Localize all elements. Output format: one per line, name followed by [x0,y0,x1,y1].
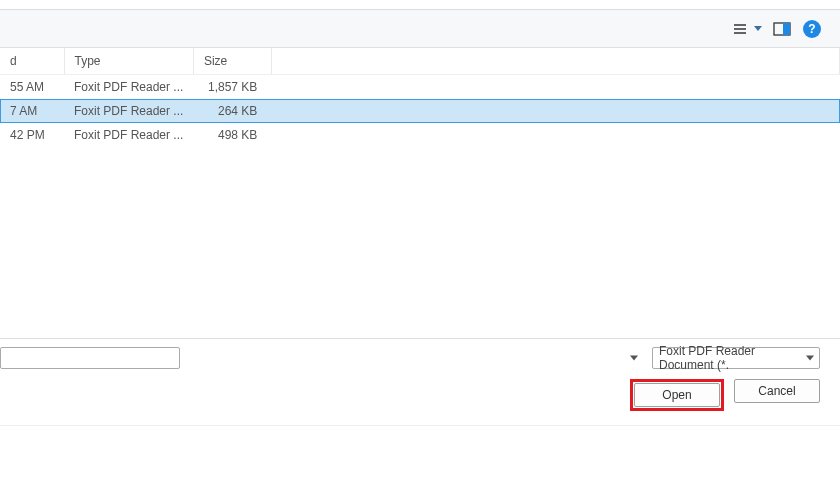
filename-input[interactable] [0,347,180,369]
cell-filler [271,123,839,147]
cell-date: 42 PM [0,123,64,147]
filetype-select[interactable]: Foxit PDF Reader Document (*. [652,347,820,369]
filetype-label: Foxit PDF Reader Document (*. [659,344,799,372]
open-button-highlight: Open [630,379,724,411]
cell-type: Foxit PDF Reader ... [64,99,193,123]
chevron-down-icon [754,26,762,31]
chevron-down-icon [630,356,638,361]
cell-size: 1,857 KB [193,75,271,100]
address-bar-fragment [0,0,840,10]
preview-pane-button[interactable] [772,19,792,39]
cell-type: Foxit PDF Reader ... [64,75,193,100]
help-button[interactable]: ? [802,19,822,39]
table-row[interactable]: 42 PMFoxit PDF Reader ...498 KB [0,123,840,147]
bottom-panel: Foxit PDF Reader Document (*. Open Cance… [0,338,840,425]
cell-date: 7 AM [0,99,64,123]
svg-rect-4 [783,23,790,35]
file-list[interactable]: d Type Size 55 AMFoxit PDF Reader ...1,8… [0,48,840,338]
cell-date: 55 AM [0,75,64,100]
list-icon [732,22,748,36]
dialog-footer-fragment [0,425,840,475]
column-header-size[interactable]: Size [193,48,271,75]
toolbar: ? [0,10,840,48]
cell-type: Foxit PDF Reader ... [64,123,193,147]
cell-size: 264 KB [193,99,271,123]
cell-filler [271,99,839,123]
open-button[interactable]: Open [634,383,720,407]
file-table: d Type Size 55 AMFoxit PDF Reader ...1,8… [0,48,840,147]
preview-pane-icon [773,22,791,36]
help-icon: ? [803,20,821,38]
column-header-type[interactable]: Type [64,48,193,75]
table-row[interactable]: 55 AMFoxit PDF Reader ...1,857 KB [0,75,840,100]
view-options-button[interactable] [732,19,762,39]
cell-filler [271,75,839,100]
column-header-date[interactable]: d [0,48,64,75]
table-row[interactable]: 7 AMFoxit PDF Reader ...264 KB [0,99,840,123]
cancel-button[interactable]: Cancel [734,379,820,403]
cell-size: 498 KB [193,123,271,147]
column-header-filler [271,48,839,75]
